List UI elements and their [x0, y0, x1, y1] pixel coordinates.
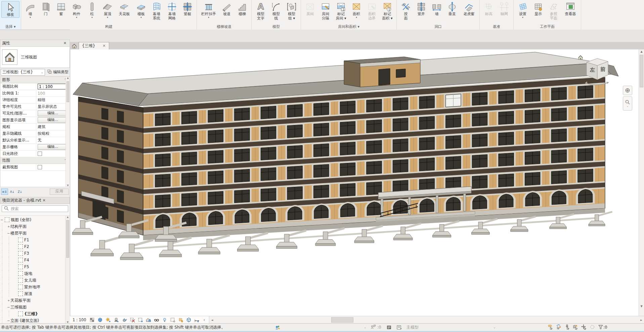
tree-item-室外地坪[interactable]: 室外地坪	[0, 284, 70, 290]
editing-requests[interactable]: :0	[371, 324, 381, 331]
type-selector[interactable]: 三维视图	[0, 47, 70, 68]
tree-item-结构平面[interactable]: ＋结构平面	[0, 223, 70, 230]
move-toggle-icon[interactable]	[581, 324, 587, 331]
ribbon-button-门[interactable]: 门	[38, 1, 53, 16]
vc-constraint-icon[interactable]	[186, 317, 191, 323]
tree-item-楼层平面[interactable]: −楼层平面	[0, 230, 70, 237]
tree-item-视图全部[interactable]: −视图 (全部)	[0, 216, 70, 223]
worksets-dialog-icon[interactable]	[386, 324, 392, 331]
vc-crop-icon[interactable]	[129, 317, 135, 323]
vc-analytic-icon[interactable]	[178, 317, 183, 323]
tree-expander-icon[interactable]: −	[7, 232, 10, 235]
scroll-left-icon[interactable]: ◄	[209, 316, 215, 324]
wallx-toggle-icon[interactable]	[573, 324, 578, 331]
edit-type-button[interactable]: 编辑类型	[46, 69, 69, 75]
ribbon-button-竖井[interactable]: 竖井	[414, 1, 429, 16]
dotcircle-toggle-icon[interactable]	[590, 324, 595, 331]
vc-render-icon[interactable]	[121, 317, 127, 323]
pin-toggle-icon[interactable]	[564, 324, 570, 331]
checkbox[interactable]	[38, 165, 42, 169]
vc-lock3d-icon[interactable]	[145, 317, 151, 323]
tree-item-F3[interactable]: F3	[0, 250, 70, 257]
sort-descending-icon[interactable]: Z↓	[16, 189, 24, 195]
view-scale-button[interactable]: 1 : 100	[73, 318, 86, 322]
view-selector-combo[interactable]: 三维视图: {三维} ⌄	[1, 69, 45, 76]
chevron-down-icon[interactable]: ⌄	[364, 324, 367, 331]
vc-crop-show-icon[interactable]	[137, 317, 143, 323]
scroll-down-icon[interactable]: ▼	[66, 184, 70, 187]
worksharing-icon[interactable]	[275, 324, 280, 331]
ribbon-button-显示[interactable]: 显示	[530, 1, 546, 16]
scroll-up-icon[interactable]: ▲	[639, 49, 644, 54]
viewcube[interactable]: 左前	[578, 52, 615, 89]
scrollbar-thumb[interactable]	[67, 81, 69, 102]
ribbon-button-老虎窗[interactable]: 老虎窗	[460, 1, 478, 16]
tree-item-F5[interactable]: F5	[0, 263, 70, 270]
dropdown-arrow-icon[interactable]: ▾	[140, 16, 142, 19]
ribbon-button-修改[interactable]: 修改	[1, 1, 19, 18]
ribbon-button-墙[interactable]: 墙	[429, 1, 444, 16]
ribbon-button-模型组[interactable]: 模型组 ▾	[284, 1, 299, 20]
ribbon-button-设置[interactable]: 设置▾	[515, 1, 530, 19]
ribbon-button-模型线[interactable]: 模型线	[268, 1, 284, 20]
funnel-toggle-icon[interactable]	[598, 324, 603, 331]
ribbon-button-面积[interactable]: 面积▾	[349, 1, 364, 19]
dropdown-arrow-icon[interactable]: ▾	[76, 16, 77, 19]
chevron-down-icon[interactable]: ⌄	[493, 324, 496, 331]
dropdown-arrow-icon[interactable]: ▾	[208, 16, 209, 19]
home-icon[interactable]	[70, 42, 79, 49]
steering-wheel-icon[interactable]	[623, 86, 632, 95]
search-input[interactable]: 搜索	[2, 205, 68, 212]
ribbon-button-幕墙网格[interactable]: 幕墙网格	[164, 1, 180, 20]
property-value[interactable]: 按规程	[36, 130, 70, 137]
vc-measure-icon[interactable]	[194, 317, 200, 323]
vc-sun-icon[interactable]	[105, 317, 111, 323]
vc-shadow-icon[interactable]	[113, 317, 119, 323]
tree-item-屋顶[interactable]: 屋顶	[0, 290, 70, 297]
ribbon-button-垂直[interactable]: 垂直	[444, 1, 460, 16]
dropdown-arrow-icon[interactable]: ▾	[522, 16, 523, 19]
property-value[interactable]: 建筑	[36, 124, 70, 130]
ribbon-button-按面[interactable]: 按面	[398, 1, 414, 20]
tree-expander-icon[interactable]: ＋	[7, 224, 10, 229]
chevron-down-icon[interactable]: ⌄	[627, 105, 629, 108]
close-icon[interactable]: ✕	[62, 41, 68, 45]
workset-panel-icon[interactable]	[396, 324, 402, 331]
dropdown-arrow-icon[interactable]: ▾	[356, 16, 357, 19]
vc-glasses-icon[interactable]	[154, 317, 159, 323]
properties-section-范围[interactable]: 范围⌃⌃	[0, 157, 70, 164]
property-value[interactable]: 显示原状态	[36, 103, 70, 110]
scroll-down-icon[interactable]: ▼	[639, 304, 644, 309]
edit-button[interactable]: 编辑...	[38, 111, 68, 116]
edit-button[interactable]: 编辑...	[38, 117, 68, 123]
property-value[interactable]: 无	[36, 137, 70, 143]
ribbon-button-幕墙系统[interactable]: 幕墙系统	[149, 1, 164, 20]
ribbon-button-房间分隔[interactable]: 房间分隔	[318, 1, 333, 20]
ribbon-button-竖梃[interactable]: 竖梃	[180, 1, 195, 16]
ribbon-button-模型文字[interactable]: A模型文字	[253, 1, 268, 20]
ribbon-button-楼板[interactable]: 楼板▾	[133, 1, 149, 19]
tree-expander-icon[interactable]: −	[7, 319, 10, 323]
tree-item-立面建筑立面[interactable]: −立面 (建筑立面)	[0, 317, 70, 324]
exclude-toggle-icon[interactable]	[556, 324, 561, 331]
view-tab[interactable]: {三维} ✕	[79, 42, 109, 49]
scrollbar-thumb[interactable]	[66, 220, 69, 258]
vc-temp-icon[interactable]	[170, 317, 175, 323]
tree-item-天花板平面[interactable]: ＋天花板平面	[0, 297, 70, 304]
horizontal-scrollbar[interactable]: ◄ ►	[209, 316, 644, 324]
close-icon[interactable]: ✕	[41, 198, 47, 203]
filter-count[interactable]: :0	[603, 324, 607, 331]
properties-scrollbar[interactable]: ▲ ▼	[66, 77, 70, 187]
ribbon-button-屋顶[interactable]: 屋顶▾	[100, 1, 115, 19]
apply-button[interactable]: 应用	[50, 189, 69, 195]
model-viewport[interactable]: 左前 ⌄	[70, 49, 639, 316]
vc-bulb-icon[interactable]	[162, 317, 167, 323]
zoom-tool-icon[interactable]: ⌄	[623, 96, 632, 111]
edit-button[interactable]: 编辑...	[38, 144, 68, 150]
scrollbar-thumb[interactable]	[331, 317, 353, 323]
scrollbar-thumb[interactable]	[640, 55, 643, 87]
scroll-up-icon[interactable]: ▲	[66, 216, 70, 218]
tree-item-F1[interactable]: F1	[0, 237, 70, 243]
tree-item-F2[interactable]: F2	[0, 243, 70, 250]
tree-expander-icon[interactable]: ＋	[7, 298, 10, 303]
